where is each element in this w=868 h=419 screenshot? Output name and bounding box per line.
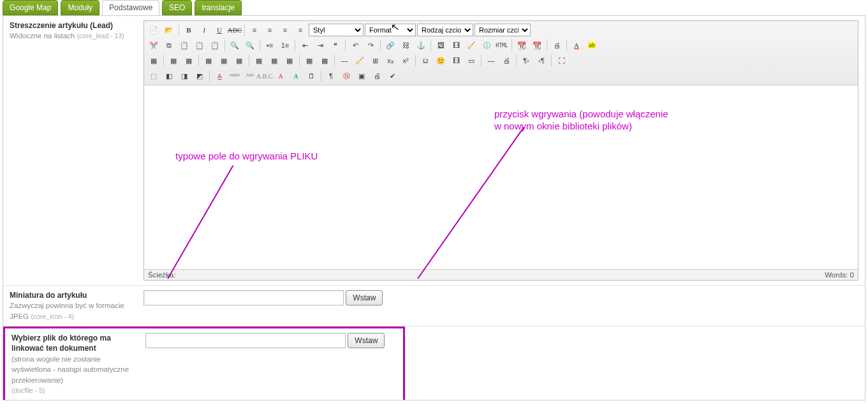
style-a2-button[interactable]: ᴬᴮᴮᴿ <box>228 70 242 82</box>
subscript-button[interactable] <box>383 54 397 67</box>
insert-col-after-button[interactable] <box>267 54 281 67</box>
outdent-button[interactable] <box>298 39 312 52</box>
find-button[interactable] <box>228 39 242 52</box>
insert-media-button[interactable] <box>449 39 463 52</box>
toggle-guidelines-button[interactable]: ⊞ <box>368 54 382 67</box>
field-linked-file: Wybierz plik do którego ma linkować ten … <box>3 327 405 400</box>
style-a1-button[interactable]: A̲ <box>212 70 226 82</box>
paste-button[interactable] <box>177 39 191 52</box>
insert-row-after-button[interactable] <box>217 54 231 67</box>
edit-html-button[interactable]: HTML <box>495 39 509 52</box>
rte-editable-area[interactable] <box>144 85 858 269</box>
linked-file-upload-button[interactable]: Wstaw <box>348 333 385 348</box>
rtl-button[interactable]: ‹¶ <box>534 54 548 67</box>
strike-button[interactable]: ABC <box>228 24 242 36</box>
redo-button[interactable] <box>364 39 378 52</box>
separator <box>334 55 335 66</box>
preview-button[interactable] <box>550 39 564 52</box>
nbsp-button[interactable]: Ⓝ <box>339 70 353 82</box>
fullscreen-button[interactable] <box>554 54 568 67</box>
blockquote-button[interactable] <box>328 39 342 52</box>
link-button[interactable] <box>383 39 397 52</box>
bold-button[interactable]: B <box>182 24 196 36</box>
insert-time-button[interactable] <box>530 39 544 52</box>
tab-moduły[interactable]: Moduły <box>61 0 99 15</box>
rte-path: Ścieżka: <box>148 271 175 279</box>
insert-table-button[interactable] <box>147 54 161 67</box>
print-button[interactable] <box>499 54 513 67</box>
help-button[interactable] <box>480 39 494 52</box>
align-justify-button[interactable] <box>293 24 307 36</box>
new-doc-icon[interactable] <box>147 24 161 36</box>
ordered-list-button[interactable] <box>278 39 292 52</box>
remove-format-button[interactable] <box>353 54 367 67</box>
layer-back-button[interactable]: ◩ <box>193 70 207 82</box>
indent-button[interactable] <box>313 39 327 52</box>
italic-button[interactable]: I <box>197 24 211 36</box>
replace-button[interactable] <box>243 39 257 52</box>
delete-col-button[interactable] <box>283 54 297 67</box>
separator <box>299 55 300 66</box>
split-cells-button[interactable] <box>302 54 316 67</box>
paste-text-button[interactable] <box>193 39 207 52</box>
spellcheck-button[interactable]: ✔ <box>385 70 399 82</box>
align-right-button[interactable] <box>278 24 292 36</box>
linked-file-path-input[interactable] <box>145 333 346 348</box>
undo-button[interactable] <box>348 39 362 52</box>
unordered-list-button[interactable] <box>263 39 277 52</box>
thumbnail-upload-button[interactable]: Wstaw <box>346 290 383 305</box>
separator <box>430 40 431 51</box>
insert-date-button[interactable] <box>515 39 529 52</box>
align-left-button[interactable] <box>247 24 261 36</box>
font-size-select[interactable]: Rozmiar czcionki <box>474 24 531 36</box>
bg-color-button[interactable] <box>585 39 599 52</box>
insert-hr-button[interactable] <box>337 54 351 67</box>
separator <box>481 55 482 66</box>
show-blocks-button[interactable] <box>324 70 338 82</box>
insert-emoticon-button[interactable] <box>434 54 448 67</box>
insert-image-button[interactable] <box>434 39 448 52</box>
paste-word-button[interactable] <box>208 39 222 52</box>
table-cell-props-button[interactable] <box>182 54 196 67</box>
style-select[interactable]: Styl <box>309 24 364 36</box>
underline-button[interactable]: U <box>212 24 226 36</box>
style-a3-button[interactable]: ᴬᴮᴿ <box>243 70 257 82</box>
table-row-props-button[interactable] <box>166 54 180 67</box>
style-a4-button[interactable]: A.B.C. <box>258 70 272 82</box>
thumbnail-path-input[interactable] <box>143 290 344 305</box>
layer-abs-button[interactable]: ◧ <box>162 70 176 82</box>
tab-seo[interactable]: SEO <box>162 0 192 15</box>
attributes-button[interactable]: 🗒 <box>304 70 318 82</box>
page-break-button[interactable]: — <box>484 54 498 67</box>
separator <box>224 40 225 51</box>
open-doc-icon[interactable] <box>162 24 176 36</box>
cut-button[interactable] <box>147 39 161 52</box>
delete-row-button[interactable] <box>232 54 246 67</box>
text-color-button[interactable] <box>570 39 584 52</box>
tab-translacje[interactable]: translacje <box>195 0 241 15</box>
align-center-button[interactable] <box>263 24 277 36</box>
insert-iframe-button[interactable]: ▭ <box>464 54 478 67</box>
insert-char-button[interactable] <box>418 54 432 67</box>
insert-flash-button[interactable] <box>449 54 463 67</box>
copy-button[interactable] <box>162 39 176 52</box>
merge-cells-button[interactable] <box>318 54 332 67</box>
ltr-button[interactable]: ¶› <box>519 54 533 67</box>
insert-row-before-button[interactable] <box>202 54 216 67</box>
tab-google-map[interactable]: Google Map <box>3 0 58 15</box>
template-button[interactable]: ▣ <box>355 70 369 82</box>
font-family-select[interactable]: Rodzaj czcionki <box>417 24 473 36</box>
style-a5-button[interactable]: A <box>274 70 288 82</box>
select-all-button[interactable] <box>147 70 161 82</box>
anchor-button[interactable] <box>414 39 428 52</box>
insert-col-before-button[interactable] <box>252 54 266 67</box>
tab-podstawowe[interactable]: Podstawowe <box>102 0 159 15</box>
layer-fwd-button[interactable]: ◨ <box>177 70 191 82</box>
cleanup-button[interactable] <box>464 39 478 52</box>
superscript-button[interactable] <box>399 54 413 67</box>
page-props-button[interactable] <box>370 70 384 82</box>
thumb-tech: (core_icon - 4) <box>31 312 74 320</box>
file-label: Wybierz plik do którego ma linkować ten … <box>11 334 111 353</box>
style-a6-button[interactable]: A <box>289 70 303 82</box>
unlink-button[interactable] <box>399 39 413 52</box>
